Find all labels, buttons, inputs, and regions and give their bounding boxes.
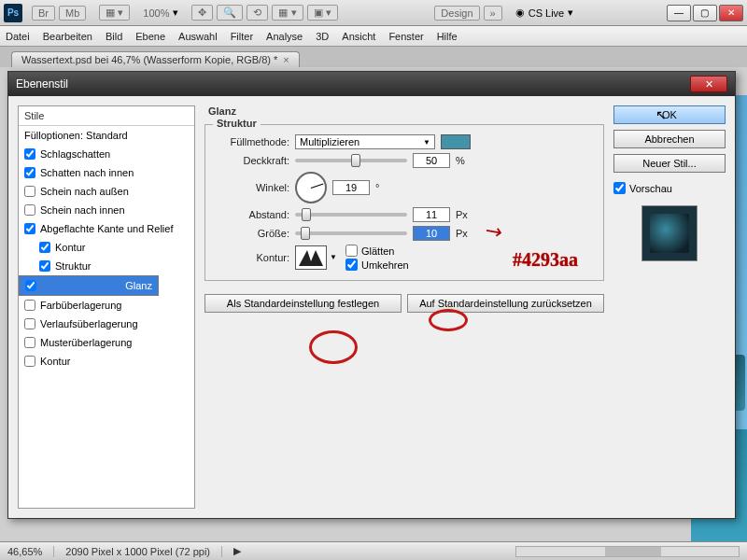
menu-filter[interactable]: Filter (231, 31, 253, 42)
menu-bearbeiten[interactable]: Bearbeiten (43, 31, 92, 42)
effect-muster-berlagerung[interactable]: Musterüberlagerung (19, 333, 194, 352)
effect-label: Schlagschatten (40, 148, 110, 160)
zoom-tool-icon[interactable]: 🔍 (217, 5, 243, 21)
effect-label: Kontur (55, 242, 85, 253)
effect-label: Struktur (55, 260, 92, 272)
effect-checkbox[interactable] (24, 167, 35, 178)
maximize-button[interactable]: ▢ (693, 5, 717, 21)
menu-analyse[interactable]: Analyse (266, 31, 303, 42)
effect-checkbox[interactable] (25, 280, 36, 291)
menu-ebene[interactable]: Ebene (135, 31, 165, 42)
effect-schein-nach-innen[interactable]: Schein nach innen (19, 201, 194, 219)
effect-checkbox[interactable] (24, 337, 35, 348)
menu-fenster[interactable]: Fenster (388, 31, 423, 42)
angle-dial[interactable] (295, 172, 327, 203)
effect-checkbox[interactable] (24, 148, 35, 160)
effect-farb-berlagerung[interactable]: Farbüberlagerung (19, 296, 194, 315)
ok-button[interactable]: OK (613, 105, 726, 124)
minimize-button[interactable]: — (667, 5, 691, 21)
layer-style-dialog: Ebenenstil ✕ Stile Fülloptionen: Standar… (7, 71, 736, 519)
effect-schatten-nach-innen[interactable]: Schatten nach innen (19, 163, 194, 182)
effect-kontur[interactable]: Kontur (19, 238, 194, 257)
effect-verlaufs-berlagerung[interactable]: Verlaufsüberlagerung (19, 315, 194, 333)
menu-ansicht[interactable]: Ansicht (342, 31, 375, 42)
document-tab[interactable]: Wassertext.psd bei 46,7% (Wasserform Kop… (11, 51, 300, 67)
minibridge-button[interactable]: Mb (59, 6, 86, 21)
effect-checkbox[interactable] (24, 356, 35, 367)
close-tab-icon[interactable]: × (283, 54, 289, 65)
distance-label: Abstand: (215, 209, 289, 220)
dialog-title: Ebenenstil (16, 77, 690, 91)
menu-3d[interactable]: 3D (316, 31, 329, 42)
effect-settings: Glanz Struktur Füllmethode: Multiplizier… (204, 105, 604, 509)
workspace-design[interactable]: Design (434, 6, 479, 21)
status-dimensions[interactable]: 2090 Pixel x 1000 Pixel (72 ppi) (65, 546, 222, 557)
effect-abgeflachte-kante-und-relief[interactable]: Abgeflachte Kante und Relief (19, 219, 194, 238)
opacity-slider[interactable] (295, 159, 407, 162)
make-default-button[interactable]: Als Standardeinstellung festlegen (204, 294, 402, 313)
subsection-title: Struktur (213, 118, 261, 129)
status-zoom[interactable]: 46,65% (7, 546, 54, 557)
menu-auswahl[interactable]: Auswahl (178, 31, 218, 42)
effect-schein-nach-au-en[interactable]: Schein nach außen (19, 182, 194, 201)
view-dropdown[interactable]: ▦ ▾ (99, 5, 130, 21)
effect-glanz[interactable]: Glanz (19, 275, 159, 296)
menu-bild[interactable]: Bild (106, 31, 122, 42)
opacity-label: Deckkraft: (215, 155, 289, 166)
document-tab-label: Wassertext.psd bei 46,7% (Wasserform Kop… (21, 54, 277, 65)
horizontal-scrollbar[interactable] (515, 546, 740, 557)
cslive-label[interactable]: CS Live (529, 7, 565, 19)
size-label: Größe: (215, 228, 289, 239)
color-swatch[interactable] (441, 134, 471, 149)
workspace-more[interactable]: » (484, 6, 502, 21)
new-style-button[interactable]: Neuer Stil... (613, 154, 726, 173)
angle-unit: ° (375, 182, 379, 193)
styles-header[interactable]: Stile (19, 106, 194, 126)
preview-thumbnail (641, 205, 698, 261)
zoom-level[interactable]: 100% (143, 7, 169, 19)
effect-checkbox[interactable] (24, 186, 35, 197)
distance-input[interactable]: 11 (413, 207, 450, 222)
status-bar: 46,65% 2090 Pixel x 1000 Pixel (72 ppi) … (0, 541, 747, 560)
preview-checkbox[interactable]: Vorschau (613, 182, 726, 194)
menu-hilfe[interactable]: Hilfe (437, 31, 458, 42)
cancel-button[interactable]: Abbrechen (613, 130, 726, 148)
effect-struktur[interactable]: Struktur (19, 257, 194, 275)
contour-picker[interactable]: ▼ (295, 245, 327, 270)
bridge-button[interactable]: Br (32, 6, 55, 21)
status-arrow-icon[interactable]: ▶ (233, 545, 241, 557)
effect-kontur[interactable]: Kontur (19, 352, 194, 371)
opacity-input[interactable]: 50 (413, 153, 450, 168)
effect-label: Schein nach außen (40, 186, 129, 197)
size-slider[interactable] (295, 231, 407, 235)
distance-slider[interactable] (295, 213, 407, 217)
effect-label: Musterüberlagerung (40, 337, 132, 348)
dialog-actions: OK Abbrechen Neuer Stil... Vorschau (613, 105, 726, 509)
anti-alias-checkbox[interactable]: Glätten (345, 245, 409, 257)
effect-checkbox[interactable] (39, 260, 50, 272)
blend-mode-select[interactable]: Multiplizieren▼ (295, 134, 435, 149)
close-button[interactable]: ✕ (719, 5, 743, 21)
effect-schlagschatten[interactable]: Schlagschatten (19, 145, 194, 163)
blend-mode-label: Füllmethode: (215, 136, 289, 147)
screen-mode-icon[interactable]: ▣ ▾ (307, 5, 338, 21)
effect-checkbox[interactable] (39, 242, 50, 253)
hand-tool-icon[interactable]: ✥ (191, 5, 213, 21)
effect-label: Kontur (40, 356, 70, 367)
reset-default-button[interactable]: Auf Standardeinstellung zurücksetzen (407, 294, 604, 313)
rotate-tool-icon[interactable]: ⟲ (247, 5, 268, 21)
effect-checkbox[interactable] (24, 300, 35, 311)
angle-input[interactable]: 19 (332, 180, 370, 195)
size-input[interactable]: 10 (413, 226, 450, 241)
invert-checkbox[interactable]: Umkehren (345, 259, 409, 271)
dialog-close-button[interactable]: ✕ (690, 76, 727, 92)
dialog-titlebar[interactable]: Ebenenstil ✕ (8, 72, 735, 96)
effect-checkbox[interactable] (24, 223, 35, 234)
blend-options-row[interactable]: Fülloptionen: Standard (19, 126, 194, 145)
menu-datei[interactable]: Datei (6, 31, 30, 42)
effect-checkbox[interactable] (24, 204, 35, 216)
arrange-icon[interactable]: ▦ ▾ (272, 5, 303, 21)
section-title: Glanz (208, 105, 604, 117)
effect-checkbox[interactable] (24, 318, 35, 329)
app-toolbar: Ps BrMb ▦ ▾ 100% ▾ ✥🔍⟲▦ ▾▣ ▾ Design» ◉ C… (0, 0, 747, 26)
